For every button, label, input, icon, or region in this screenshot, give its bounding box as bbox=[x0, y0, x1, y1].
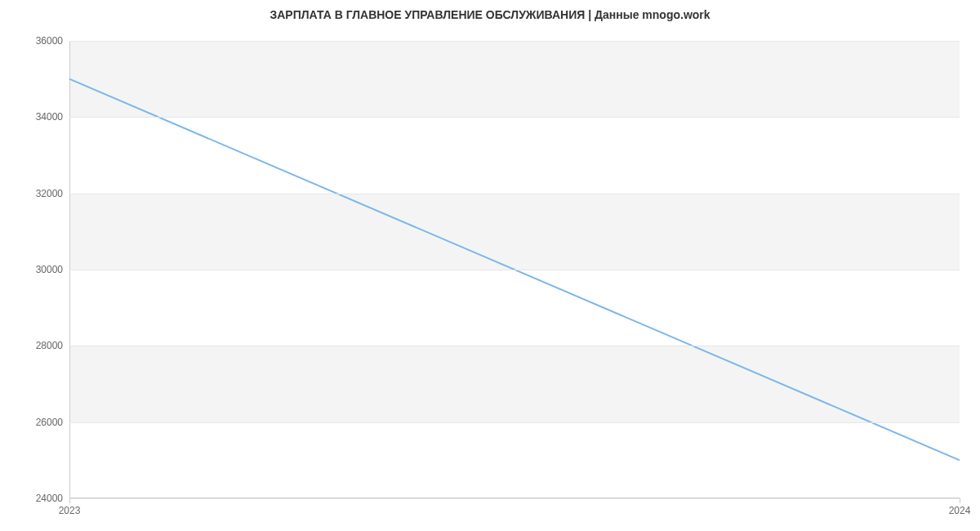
x-tick-label: 2023 bbox=[59, 498, 81, 516]
y-gridline bbox=[69, 270, 960, 270]
y-gridline bbox=[69, 346, 960, 346]
y-gridline bbox=[69, 194, 960, 194]
x-tick-label: 2024 bbox=[949, 498, 971, 516]
y-tick-label: 26000 bbox=[36, 417, 69, 428]
y-gridline bbox=[69, 422, 960, 423]
y-tick-label: 30000 bbox=[36, 264, 69, 275]
chart-title: ЗАРПЛАТА В ГЛАВНОЕ УПРАВЛЕНИЕ ОБСЛУЖИВАН… bbox=[0, 8, 980, 21]
y-gridline bbox=[69, 41, 960, 42]
plot-area: 2400026000280003000032000340003600020232… bbox=[69, 41, 960, 498]
y-tick-label: 34000 bbox=[36, 111, 69, 123]
y-gridline bbox=[69, 117, 960, 118]
y-tick-label: 32000 bbox=[36, 188, 69, 199]
y-tick-label: 28000 bbox=[36, 340, 69, 351]
y-gridline bbox=[69, 498, 960, 499]
y-tick-label: 36000 bbox=[36, 35, 69, 47]
